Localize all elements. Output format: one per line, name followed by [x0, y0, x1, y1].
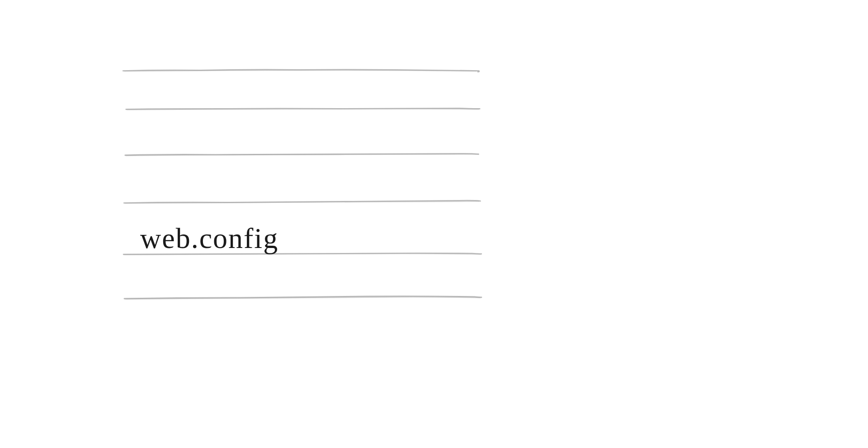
sketch-container [122, 68, 484, 337]
ruled-line-1 [122, 68, 484, 70]
ruled-line-4 [122, 199, 484, 201]
ruled-line-6 [122, 294, 484, 296]
ruled-line-3 [122, 152, 484, 154]
ruled-line-2 [122, 106, 484, 109]
handwritten-text: web.config [140, 222, 278, 255]
